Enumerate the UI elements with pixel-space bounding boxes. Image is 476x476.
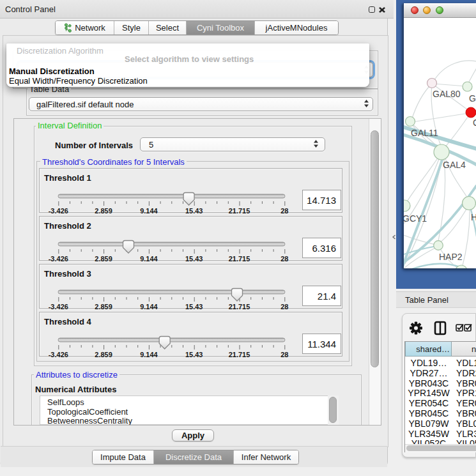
svg-text:15.43: 15.43 — [185, 351, 203, 358]
svg-text:9.144: 9.144 — [140, 207, 158, 215]
svg-text:-3.426: -3.426 — [49, 255, 68, 263]
svg-text:2.859: 2.859 — [95, 303, 112, 311]
svg-text:2.859: 2.859 — [95, 255, 112, 263]
svg-text:GAL4: GAL4 — [443, 160, 466, 170]
svg-text:2.859: 2.859 — [95, 351, 112, 358]
svg-text:15.43: 15.43 — [185, 207, 203, 215]
svg-text:G.: G. — [469, 93, 476, 104]
svg-text:-3.426: -3.426 — [49, 303, 68, 311]
svg-text:21.715: 21.715 — [229, 207, 250, 215]
svg-text:9.144: 9.144 — [140, 255, 158, 263]
svg-text:9.144: 9.144 — [140, 351, 158, 358]
svg-text:-3.426: -3.426 — [49, 351, 68, 358]
svg-text:9.144: 9.144 — [140, 303, 158, 311]
svg-text:15.43: 15.43 — [185, 303, 203, 311]
svg-text:28: 28 — [280, 255, 288, 263]
svg-text:28: 28 — [280, 303, 288, 311]
svg-text:28: 28 — [280, 351, 288, 358]
svg-text:HAP2: HAP2 — [439, 252, 463, 262]
svg-text:GCY1: GCY1 — [404, 213, 427, 224]
svg-text:15.43: 15.43 — [185, 255, 203, 263]
svg-text:GAL80: GAL80 — [433, 89, 461, 99]
svg-text:C: C — [473, 118, 476, 128]
svg-text:21.715: 21.715 — [229, 303, 250, 311]
svg-text:GAL11: GAL11 — [411, 128, 438, 138]
svg-text:21.715: 21.715 — [229, 255, 250, 263]
svg-text:H: H — [471, 212, 476, 222]
svg-text:2.859: 2.859 — [95, 207, 112, 215]
svg-text:-3.426: -3.426 — [49, 207, 68, 215]
svg-text:21.715: 21.715 — [229, 351, 250, 358]
svg-text:28: 28 — [280, 207, 288, 215]
